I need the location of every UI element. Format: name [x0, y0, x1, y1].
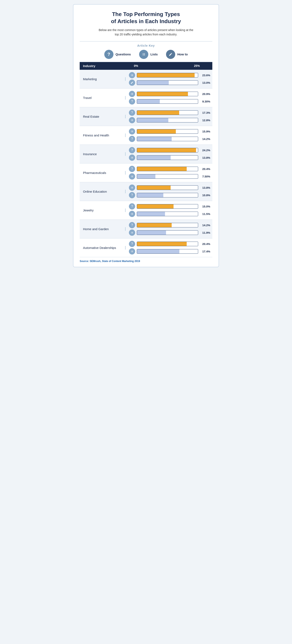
svg-rect-24	[131, 131, 131, 131]
table-row: Home and Garden?14.2%11.9%	[80, 220, 212, 238]
header-0pct: 0%	[134, 64, 138, 68]
industry-name: Jewelry	[80, 208, 125, 212]
bars-column: ?17.3%12.8%	[125, 108, 212, 125]
bar-row: 12.8%	[129, 117, 210, 123]
key-item-lists: Lists	[139, 50, 158, 59]
svg-rect-49	[132, 213, 133, 214]
table-container: Industry 0% 25% Marketing23.6%13.0%Trave…	[80, 62, 212, 257]
industry-name: Insurance	[80, 152, 125, 156]
svg-rect-12	[131, 93, 131, 94]
svg-rect-37	[132, 176, 133, 176]
industry-name: Real Estate	[80, 115, 125, 118]
bar-row: ?20.4%	[129, 166, 210, 172]
bars-column: 13.8%?10.8%	[125, 183, 212, 200]
questions-bar-icon: ?	[129, 147, 135, 153]
bars-column: ?20.4%17.4%	[125, 239, 212, 256]
svg-rect-17	[132, 94, 133, 94]
svg-rect-32	[131, 158, 131, 158]
lists-key-icon	[139, 50, 148, 59]
svg-rect-8	[131, 75, 131, 76]
svg-rect-1	[143, 53, 145, 54]
svg-rect-25	[132, 131, 133, 131]
svg-rect-0	[142, 53, 143, 54]
bar-percentage: 15.9%	[200, 130, 210, 133]
svg-rect-6	[131, 74, 131, 75]
industry-name: Marketing	[80, 77, 125, 81]
bar-fill	[137, 156, 171, 160]
bars-column: 20.9%?9.30%	[125, 89, 212, 106]
bar-fill	[137, 230, 166, 235]
bar-wrapper	[137, 99, 198, 104]
bar-row: 20.9%	[129, 91, 210, 97]
main-title: The Top Performing Typesof Articles in E…	[80, 11, 212, 25]
bar-wrapper	[137, 212, 198, 216]
key-item-howto: How to	[166, 50, 188, 59]
bar-fill	[137, 249, 179, 254]
bar-wrapper	[137, 166, 198, 171]
bar-wrapper	[137, 129, 198, 134]
table-row: Fitness and Health15.9%?14.2%	[80, 126, 212, 145]
lists-bar-icon	[129, 72, 135, 78]
bar-wrapper	[137, 230, 198, 235]
bar-row: ?17.3%	[129, 110, 210, 116]
table-row: Insurance?24.2%13.8%	[80, 145, 212, 164]
bar-percentage: 12.8%	[200, 119, 210, 122]
bars-column: ?20.4%7.50%	[125, 164, 212, 181]
svg-rect-15	[132, 94, 133, 94]
bars-column: 15.9%?14.2%	[125, 127, 212, 144]
lists-bar-icon	[129, 184, 135, 191]
questions-bar-icon: ?	[129, 98, 135, 104]
bar-fill	[137, 80, 169, 85]
source-line: Source: SEMrush, State of Content Market…	[80, 260, 212, 263]
svg-rect-58	[131, 233, 131, 233]
source-prefix: Source:	[80, 260, 89, 263]
bar-wrapper	[137, 110, 198, 115]
bar-percentage: 13.0%	[200, 81, 210, 84]
table-row: Travel20.9%?9.30%	[80, 88, 212, 107]
svg-rect-22	[131, 120, 131, 121]
svg-rect-30	[131, 157, 131, 157]
questions-bar-icon: ?	[129, 166, 135, 172]
table-row: Pharmaceuticals?20.4%7.50%	[80, 164, 212, 182]
table-header: Industry 0% 25%	[80, 62, 212, 70]
svg-rect-55	[132, 232, 133, 232]
bar-percentage: 17.4%	[200, 250, 210, 253]
main-card: The Top Performing Typesof Articles in E…	[73, 4, 219, 267]
svg-rect-10	[131, 76, 131, 76]
svg-rect-21	[132, 120, 133, 120]
bar-row: 15.9%	[129, 128, 210, 134]
bar-fill	[137, 110, 179, 115]
bar-row: 11.9%	[129, 230, 210, 236]
bar-wrapper	[137, 249, 198, 254]
bar-wrapper	[137, 92, 198, 96]
svg-rect-43	[132, 187, 133, 187]
industry-name: Automative Dealerships	[80, 246, 125, 250]
svg-rect-36	[131, 176, 131, 176]
svg-rect-5	[143, 55, 145, 56]
bar-wrapper	[137, 118, 198, 122]
bar-fill	[137, 118, 168, 122]
svg-rect-2	[142, 54, 143, 54]
bar-fill	[137, 174, 155, 178]
bar-fill	[137, 129, 176, 134]
svg-rect-29	[132, 132, 133, 132]
bar-fill	[137, 193, 163, 197]
questions-key-icon: ?	[104, 50, 113, 59]
bar-row: 7.50%	[129, 173, 210, 180]
svg-rect-3	[143, 54, 145, 54]
questions-bar-icon: ?	[129, 222, 135, 228]
svg-rect-35	[132, 158, 133, 158]
questions-bar-icon: ?	[129, 241, 135, 247]
bar-row: ?9.30%	[129, 98, 210, 104]
svg-rect-26	[131, 132, 131, 132]
bar-fill	[137, 167, 187, 171]
bar-wrapper	[137, 223, 198, 228]
bar-percentage: 23.6%	[200, 74, 210, 77]
table-row: Automative Dealerships?20.4%17.4%	[80, 238, 212, 257]
bar-row: ?24.2%	[129, 147, 210, 153]
bar-percentage: 24.2%	[200, 149, 210, 152]
bar-wrapper	[137, 185, 198, 190]
bar-percentage: 11.9%	[200, 231, 210, 234]
svg-rect-41	[132, 177, 133, 177]
bar-wrapper	[137, 73, 198, 78]
